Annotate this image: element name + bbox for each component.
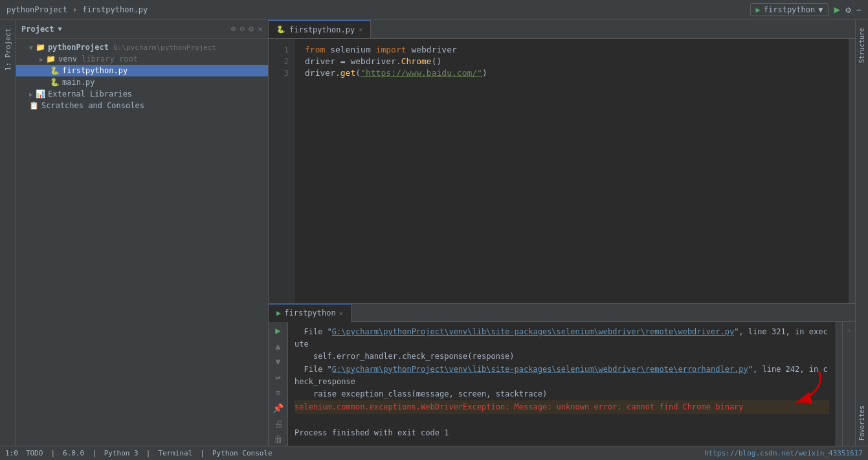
title-bar-right: ▶ firstpython ▼ ▶ ⚙ − <box>750 3 862 16</box>
tree-item-firstpython[interactable]: 🐍 firstpython.py <box>16 65 268 76</box>
status-bar: 1:0 TODO | 6.0.0 | Python 3 | Terminal |… <box>0 446 868 460</box>
traceback-link-2[interactable]: G:\pycharm\pythonProject\venv\lib\site-p… <box>332 365 748 374</box>
status-python-console[interactable]: Python Console <box>212 449 273 457</box>
venv-folder-icon: 📁 <box>46 54 56 63</box>
error-line: selenium.common.exceptions.WebDriverExce… <box>295 400 829 414</box>
console-line-4: raise exception_class(message, screen, s… <box>295 388 829 400</box>
console-output: File "G:\pycharm\pythonProject\venv\lib\… <box>288 322 836 446</box>
editor-area: 🐍 firstpython.py ✕ 1 2 3 from selenium i… <box>269 19 855 446</box>
scratch-icon: 📋 <box>29 101 39 110</box>
right-strip: Structure Favorites <box>855 19 868 446</box>
status-terminal[interactable]: Terminal <box>158 449 192 457</box>
venv-label: venv library root <box>58 54 138 63</box>
tab-firstpython[interactable]: 🐍 firstpython.py ✕ <box>269 20 371 38</box>
title-bar: pythonProject › firstpython.py ▶ firstpy… <box>0 0 868 19</box>
bottom-tabs: ▶ firstpython ✕ <box>269 304 855 322</box>
tree-item-mainpy[interactable]: 🐍 main.py <box>16 76 268 88</box>
external-libs-label: External Libraries <box>48 89 132 98</box>
scroll-down-icon[interactable]: ▼ <box>275 356 280 367</box>
tab-label: firstpython.py <box>289 25 355 34</box>
bottom-left-strip: ▶ ▲ ▼ ⇌ ≡ 📌 🖨 🗑 <box>269 322 288 446</box>
status-todo[interactable]: TODO <box>26 449 43 457</box>
code-content[interactable]: from selenium import webdriver driver = … <box>295 39 849 303</box>
settings-icon[interactable]: ⚙ <box>845 5 851 15</box>
title-bar-left: pythonProject › firstpython.py <box>6 5 148 14</box>
console-line-3: File "G:\pycharm\pythonProject\venv\lib\… <box>295 363 829 388</box>
tab-py-icon: 🐍 <box>276 25 285 34</box>
collapse-icon[interactable]: ⊖ <box>240 24 245 34</box>
mainpy-label: main.py <box>62 78 95 87</box>
close-panel-icon[interactable]: ✕ <box>258 24 263 34</box>
favorites-tab[interactable]: Favorites <box>858 400 865 446</box>
tree-item-pythonproject[interactable]: ▼ 📁 pythonProject G:\pycharm\pythonProje… <box>16 41 268 53</box>
py-file-icon: 🐍 <box>50 66 60 75</box>
scroll-up-icon[interactable]: ▲ <box>275 341 280 351</box>
pin-icon[interactable]: 📌 <box>273 403 284 413</box>
main-py-icon: 🐍 <box>50 78 60 87</box>
left-strip: 1: Project <box>0 19 16 446</box>
status-separator: | <box>50 449 55 457</box>
tree-item-venv[interactable]: ▶ 📁 venv library root <box>16 53 268 65</box>
project-tab[interactable]: 1: Project <box>1 23 15 76</box>
fav-icon-1[interactable]: ☆ <box>847 325 851 334</box>
minimize-icon[interactable]: − <box>856 5 862 15</box>
run-tab-label: firstpython <box>284 308 335 317</box>
project-panel: Project ▼ ⊕ ⊖ ⚙ ✕ ▼ 📁 pythonProject G:\p… <box>16 19 269 446</box>
code-line-3: driver.get("https://www.baidu.com/") <box>305 67 849 79</box>
status-separator2: | <box>92 449 96 457</box>
run-tab-close-icon[interactable]: ✕ <box>339 310 343 317</box>
bottom-panel: ▶ firstpython ✕ ▶ ▲ ▼ ⇌ ≡ 📌 🖨 🗑 Fil <box>269 303 855 446</box>
status-version: 6.0.0 <box>63 449 84 457</box>
tree-container: ▼ 📁 pythonProject G:\pycharm\pythonProje… <box>16 39 268 446</box>
scrollbar-right[interactable] <box>849 39 855 303</box>
code-line-1: from selenium import webdriver <box>305 44 849 56</box>
settings-panel-icon[interactable]: ⚙ <box>249 24 254 34</box>
status-python: Python 3 <box>104 449 139 457</box>
blog-link[interactable]: https://blog.csdn.net/weixin_43351617 <box>704 449 863 457</box>
main-container: 1: Project Project ▼ ⊕ ⊖ ⚙ ✕ ▼ 📁 pythonP… <box>0 19 868 446</box>
code-line-2: driver = webdriver.Chrome() <box>305 56 849 67</box>
run-button[interactable]: ▶ <box>834 3 840 16</box>
editor-tabs: 🐍 firstpython.py ✕ <box>269 19 855 39</box>
panel-dropdown-icon: ▼ <box>58 25 62 32</box>
print-icon[interactable]: 🖨 <box>274 419 283 429</box>
line-numbers: 1 2 3 <box>269 39 295 303</box>
code-editor[interactable]: 1 2 3 from selenium import webdriver dri… <box>269 39 855 303</box>
sync-icon[interactable]: ⊕ <box>231 24 236 34</box>
project-folder-icon: 📁 <box>36 43 45 52</box>
run-config-label: firstpython <box>764 5 815 14</box>
favorites-strip: ☆ <box>842 322 855 446</box>
bottom-content: ▶ ▲ ▼ ⇌ ≡ 📌 🖨 🗑 File "G:\pycharm\pythonP… <box>269 322 855 446</box>
run-icon-small: ▶ <box>756 5 761 14</box>
structure-tab[interactable]: Structure <box>858 23 865 68</box>
status-separator4: | <box>200 449 205 457</box>
console-line-2: self.error_handler.check_response(respon… <box>295 351 829 363</box>
tab-close-icon[interactable]: ✕ <box>359 26 362 33</box>
wrap-icon[interactable]: ⇌ <box>275 372 280 382</box>
file-breadcrumb: firstpython.py <box>82 5 148 14</box>
project-panel-title: Project <box>21 25 54 34</box>
project-root-label: pythonProject G:\pycharm\pythonProject <box>48 43 216 52</box>
dropdown-arrow: ▼ <box>818 5 823 14</box>
scratches-label: Scratches and Consoles <box>41 101 144 110</box>
library-icon: 📊 <box>36 89 45 98</box>
firstpython-label: firstpython.py <box>62 66 128 75</box>
delete-icon[interactable]: 🗑 <box>274 434 283 444</box>
run-tab[interactable]: ▶ firstpython ✕ <box>269 304 351 322</box>
console-line-1: File "G:\pycharm\pythonProject\venv\lib\… <box>295 326 829 351</box>
traceback-link-1[interactable]: G:\pycharm\pythonProject\venv\lib\site-p… <box>332 327 734 336</box>
arrow-down-icon: ▼ <box>29 44 33 51</box>
play-strip-icon[interactable]: ▶ <box>275 325 280 336</box>
console-line-5 <box>295 414 829 426</box>
tree-item-scratches[interactable]: 📋 Scratches and Consoles <box>16 100 268 111</box>
run-tab-icon: ▶ <box>276 308 281 317</box>
project-name: pythonProject <box>6 5 67 14</box>
panel-header-icons: ⊕ ⊖ ⚙ ✕ <box>231 24 263 34</box>
arrow-right-venv-icon: ▶ <box>39 56 43 63</box>
run-config-dropdown[interactable]: ▶ firstpython ▼ <box>750 3 829 16</box>
filter-icon[interactable]: ≡ <box>275 387 280 398</box>
status-position: 1:0 <box>5 449 18 457</box>
arrow-right-ext-icon: ▶ <box>29 91 33 98</box>
tree-item-external-libs[interactable]: ▶ 📊 External Libraries <box>16 88 268 100</box>
status-separator3: | <box>146 449 151 457</box>
